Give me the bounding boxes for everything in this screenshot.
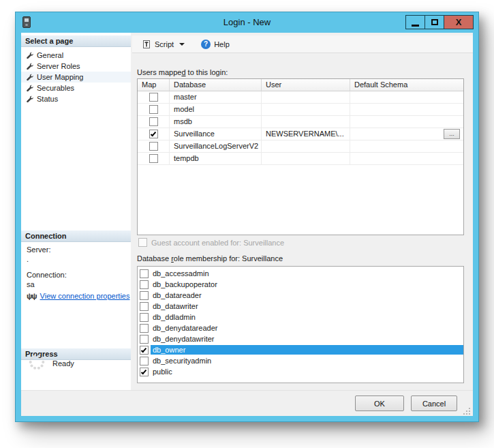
help-icon: ?	[201, 40, 211, 49]
help-button[interactable]: ? Help	[198, 38, 232, 50]
role-membership-list: db_accessadmindb_backupoperatordb_datare…	[137, 266, 464, 383]
sidebar-item-status[interactable]: Status	[21, 93, 131, 104]
user-cell[interactable]	[262, 91, 350, 103]
ok-button[interactable]: OK	[355, 395, 404, 411]
wrench-icon	[26, 85, 33, 92]
script-button[interactable]: Script	[139, 38, 187, 50]
label-text: ole membership for: Surveillance	[174, 254, 283, 263]
database-cell: Surveillance	[170, 128, 262, 140]
check-mark	[141, 368, 146, 374]
select-page-list: GeneralServer RolesUser MappingSecurable…	[21, 50, 131, 104]
resize-grip[interactable]	[463, 407, 471, 415]
role-checkbox[interactable]	[140, 302, 149, 311]
role-membership-label: Database role membership for: Surveillan…	[137, 254, 283, 263]
wrench-icon	[26, 63, 33, 70]
role-checkbox[interactable]	[140, 269, 149, 278]
user-cell[interactable]	[262, 104, 350, 115]
role-checkbox[interactable]	[140, 357, 149, 365]
role-item-db_datareader[interactable]: db_datareader	[138, 290, 463, 301]
script-label: Script	[155, 40, 174, 48]
toolbar: Script ? Help	[132, 35, 473, 53]
user-cell[interactable]: NEWSERVERNAME\...	[262, 128, 350, 140]
map-checkbox[interactable]	[149, 117, 158, 126]
map-cell	[138, 140, 170, 152]
role-item-db_securityadmin[interactable]: db_securityadmin	[138, 355, 463, 366]
footer-bar: OK Cancel	[21, 390, 473, 416]
connection-properties-row: ψψ View connection properties	[27, 292, 129, 300]
guest-account-row: Guest account enabled for: Surveillance	[138, 238, 284, 247]
cancel-button[interactable]: Cancel	[411, 395, 457, 411]
users-mapped-label: Users mapped to this login:	[137, 68, 228, 76]
map-cell	[138, 153, 170, 164]
check-mark	[141, 346, 146, 353]
role-checkbox[interactable]	[140, 313, 149, 322]
role-checkbox[interactable]	[140, 346, 149, 355]
server-label: Server:	[27, 245, 50, 254]
default-schema-cell[interactable]	[350, 91, 463, 103]
role-item-db_denydatawriter[interactable]: db_denydatawriter	[138, 333, 463, 344]
role-label: db_accessadmin	[151, 269, 463, 278]
role-item-db_owner[interactable]: db_owner	[138, 344, 463, 355]
role-item-db_denydatareader[interactable]: db_denydatareader	[138, 323, 463, 333]
table-row: master	[138, 91, 463, 104]
guest-account-checkbox	[138, 238, 147, 247]
database-cell: model	[170, 104, 262, 115]
map-checkbox[interactable]	[149, 93, 158, 102]
role-checkbox[interactable]	[140, 368, 149, 376]
sidebar-item-label: Status	[37, 95, 58, 103]
role-item-db_datawriter[interactable]: db_datawriter	[138, 301, 463, 312]
role-checkbox[interactable]	[140, 291, 149, 300]
wrench-icon	[26, 52, 33, 59]
map-checkbox[interactable]	[149, 154, 158, 163]
role-checkbox[interactable]	[140, 280, 149, 289]
script-icon	[142, 40, 151, 49]
role-item-public[interactable]: public	[138, 366, 463, 377]
database-cell: SurveillanceLogServerV2	[170, 140, 262, 152]
map-checkbox[interactable]	[149, 105, 158, 114]
role-label: public	[151, 367, 463, 376]
label-text: Users mappe	[137, 68, 181, 76]
desktop-background: { "window": { "title": "Login - New", "c…	[0, 0, 494, 448]
connection-header: Connection	[21, 230, 131, 242]
default-schema-cell[interactable]	[350, 116, 463, 128]
view-connection-properties-link[interactable]: View connection properties	[40, 292, 130, 300]
default-schema-cell[interactable]	[350, 104, 463, 115]
sidebar-item-label: Server Roles	[37, 62, 80, 70]
connection-label: Connection:	[27, 271, 67, 279]
login-new-dialog: Login - New X Select a page GeneralServe…	[15, 12, 479, 422]
user-cell[interactable]	[262, 140, 350, 152]
maximize-button[interactable]	[424, 15, 444, 29]
close-button[interactable]: X	[444, 15, 474, 29]
titlebar[interactable]: Login - New X	[16, 12, 478, 33]
wrench-icon	[26, 74, 33, 81]
progress-status: Ready	[52, 359, 74, 368]
column-header-user: User	[262, 79, 350, 91]
guest-account-label: Guest account enabled for: Surveillance	[151, 239, 284, 247]
sidebar-item-securables[interactable]: Securables	[21, 83, 131, 93]
user-cell[interactable]	[262, 153, 350, 164]
map-checkbox[interactable]	[149, 130, 158, 138]
role-checkbox[interactable]	[140, 335, 149, 344]
map-checkbox[interactable]	[149, 142, 158, 151]
sidebar-item-general[interactable]: General	[21, 50, 131, 61]
sidebar-item-user-mapping[interactable]: User Mapping	[21, 72, 131, 83]
role-checkbox[interactable]	[140, 324, 149, 333]
role-item-db_accessadmin[interactable]: db_accessadmin	[138, 268, 463, 279]
default-schema-cell[interactable]	[350, 153, 463, 164]
role-label: db_datawriter	[151, 301, 463, 311]
help-label: Help	[214, 40, 230, 48]
column-header-database: Database	[170, 79, 262, 91]
database-cell: master	[170, 91, 262, 103]
map-cell	[138, 91, 170, 103]
minimize-button[interactable]	[405, 15, 425, 29]
browse-default-schema-button[interactable]: ...	[444, 129, 460, 139]
script-dropdown-caret-icon	[179, 43, 185, 46]
role-label: db_backupoperator	[151, 280, 463, 289]
role-label: db_denydatareader	[151, 323, 463, 333]
role-item-db_ddladmin[interactable]: db_ddladmin	[138, 312, 463, 323]
label-text: Database	[137, 254, 171, 263]
default-schema-cell[interactable]	[350, 140, 463, 152]
role-item-db_backupoperator[interactable]: db_backupoperator	[138, 279, 463, 290]
user-cell[interactable]	[262, 116, 350, 128]
sidebar-item-server-roles[interactable]: Server Roles	[21, 61, 131, 72]
